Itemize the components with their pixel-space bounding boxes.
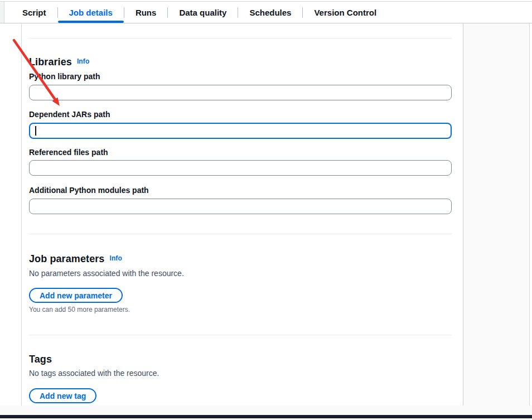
libraries-heading: LibrariesInfo xyxy=(29,56,89,68)
job-parameters-heading: Job parametersInfo xyxy=(29,253,122,265)
job-parameters-title: Job parameters xyxy=(29,253,104,264)
tab-job-details[interactable]: Job details xyxy=(58,2,124,23)
content-left-border xyxy=(21,23,22,405)
section-divider xyxy=(29,234,452,234)
dependent-jars-path-input[interactable] xyxy=(29,123,452,139)
window-bottom-bar xyxy=(0,415,532,418)
job-parameters-empty-text: No parameters associated with the resour… xyxy=(29,269,184,278)
additional-python-modules-path-label: Additional Python modules path xyxy=(29,186,149,195)
dependent-jars-path-label: Dependent JARs path xyxy=(29,110,110,119)
tags-empty-text: No tags associated with the resource. xyxy=(29,369,159,378)
tags-title: Tags xyxy=(29,354,52,365)
tab-data-quality[interactable]: Data quality xyxy=(168,2,238,23)
add-new-tag-button[interactable]: Add new tag xyxy=(29,388,96,403)
libraries-info-link[interactable]: Info xyxy=(77,57,89,65)
tab-script[interactable]: Script xyxy=(11,2,57,23)
tab-schedules[interactable]: Schedules xyxy=(238,2,302,23)
libraries-title: Libraries xyxy=(29,56,72,67)
additional-python-modules-path-input[interactable] xyxy=(29,199,452,214)
tab-bar: Script Job details Runs Data quality Sch… xyxy=(5,2,532,23)
job-parameters-info-link[interactable]: Info xyxy=(109,254,122,262)
job-parameters-hint-text: You can add 50 more parameters. xyxy=(29,306,130,313)
section-divider xyxy=(29,38,452,38)
bottom-strip xyxy=(0,405,532,415)
right-side-panel xyxy=(463,23,530,405)
tab-gutter xyxy=(0,2,4,23)
tags-heading: Tags xyxy=(29,354,52,365)
referenced-files-path-input[interactable] xyxy=(29,160,452,176)
job-details-page: Script Job details Runs Data quality Sch… xyxy=(0,0,532,420)
tab-bar-border xyxy=(0,23,532,23)
tab-runs[interactable]: Runs xyxy=(124,2,168,23)
python-library-path-label: Python library path xyxy=(29,72,100,81)
section-divider xyxy=(29,335,452,335)
dependent-jars-path-field xyxy=(29,123,452,139)
text-cursor xyxy=(35,126,36,136)
add-new-parameter-button[interactable]: Add new parameter xyxy=(29,288,123,303)
tab-version-control[interactable]: Version Control xyxy=(303,2,388,23)
referenced-files-path-label: Referenced files path xyxy=(29,148,108,157)
python-library-path-input[interactable] xyxy=(29,85,452,100)
